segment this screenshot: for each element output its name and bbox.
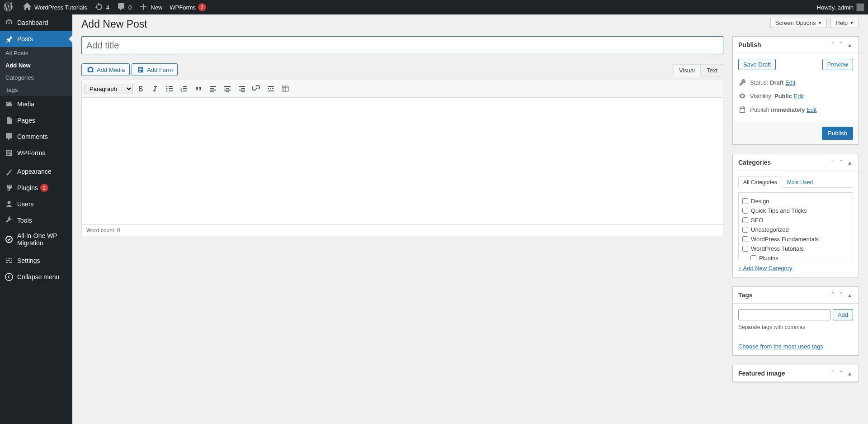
choose-tags-link[interactable]: Choose from the most used tags xyxy=(738,343,823,350)
screen-options-button[interactable]: Screen Options ▼ xyxy=(770,18,827,28)
sidebar-sub-categories[interactable]: Categories xyxy=(0,71,72,84)
preview-button[interactable]: Preview xyxy=(822,59,853,70)
sidebar-item-appearance[interactable]: Appearance xyxy=(0,163,72,180)
category-checkbox[interactable] xyxy=(742,198,748,204)
category-item[interactable]: Uncategorized xyxy=(742,225,849,234)
tag-input[interactable] xyxy=(738,309,830,320)
toggle-icon[interactable]: ▴ xyxy=(846,41,853,48)
svg-text:3: 3 xyxy=(180,90,182,92)
help-button[interactable]: Help ▼ xyxy=(830,18,859,28)
publish-button[interactable]: Publish xyxy=(822,127,853,140)
category-checkbox[interactable] xyxy=(742,236,748,242)
post-title-input[interactable] xyxy=(81,36,723,54)
toggle-icon[interactable]: ▴ xyxy=(846,159,853,166)
move-down-icon[interactable]: ˅ xyxy=(838,291,844,299)
move-down-icon[interactable]: ˅ xyxy=(838,370,844,377)
category-checkbox[interactable] xyxy=(742,246,748,252)
edit-schedule-link[interactable]: Edit xyxy=(807,106,816,113)
sidebar-item-aio[interactable]: All-in-One WP Migration xyxy=(0,229,72,250)
quote-button[interactable] xyxy=(192,82,205,95)
toolbar-toggle-button[interactable] xyxy=(278,82,292,95)
add-category-link[interactable]: + Add New Category xyxy=(738,265,793,272)
sidebar-item-pages[interactable]: Pages xyxy=(0,112,72,129)
category-item[interactable]: WordPress Tutorials xyxy=(742,244,849,253)
align-right-button[interactable] xyxy=(235,82,249,95)
most-used-tab[interactable]: Most Used xyxy=(782,176,818,188)
sidebar-sub-tags[interactable]: Tags xyxy=(0,84,72,96)
category-item[interactable]: Plugins xyxy=(750,253,849,260)
category-checkbox[interactable] xyxy=(750,255,756,260)
sidebar-item-wpforms[interactable]: WPForms xyxy=(0,145,72,161)
sidebar-item-media[interactable]: Media xyxy=(0,96,72,112)
plug-icon xyxy=(5,183,14,192)
comments-link[interactable]: 0 xyxy=(113,0,135,14)
sidebar-sub-add-new[interactable]: Add New xyxy=(0,59,72,71)
categories-header[interactable]: Categories ˄˅▴ xyxy=(733,154,859,171)
edit-status-link[interactable]: Edit xyxy=(785,79,795,86)
sidebar-item-users[interactable]: Users xyxy=(0,196,72,212)
format-select[interactable]: Paragraph xyxy=(85,84,133,94)
sidebar-sub-all-posts[interactable]: All Posts xyxy=(0,47,72,59)
all-categories-tab[interactable]: All Categories xyxy=(738,176,782,188)
italic-button[interactable] xyxy=(148,82,162,95)
move-up-icon[interactable]: ˄ xyxy=(829,370,836,377)
add-form-button[interactable]: Add Form xyxy=(132,63,178,76)
move-up-icon[interactable]: ˄ xyxy=(829,291,836,299)
wordpress-icon xyxy=(4,2,13,13)
editor-body[interactable] xyxy=(82,98,723,224)
site-name-link[interactable]: WordPress Tutorials xyxy=(19,0,91,14)
sidebar-item-comments[interactable]: Comments xyxy=(0,129,72,145)
category-item[interactable]: SEO xyxy=(742,215,849,225)
wpforms-badge: 2 xyxy=(198,3,206,11)
add-tag-button[interactable]: Add xyxy=(833,309,853,320)
sidebar-item-dashboard[interactable]: Dashboard xyxy=(0,14,72,31)
category-checkbox[interactable] xyxy=(742,227,748,233)
move-up-icon[interactable]: ˄ xyxy=(829,41,836,48)
bold-button[interactable] xyxy=(134,82,147,95)
category-list[interactable]: Design Quick Tips and Tricks SEO Uncateg… xyxy=(738,192,853,260)
featured-image-header[interactable]: Featured image ˄˅▴ xyxy=(733,365,859,382)
category-item[interactable]: Quick Tips and Tricks xyxy=(742,206,849,215)
edit-visibility-link[interactable]: Edit xyxy=(794,93,804,100)
wpforms-link[interactable]: WPForms 2 xyxy=(166,0,210,14)
camera-icon xyxy=(86,66,94,74)
account-link[interactable]: Howdy, admin xyxy=(813,0,868,14)
new-label: New xyxy=(151,4,162,11)
visual-tab[interactable]: Visual xyxy=(673,64,701,76)
add-media-button[interactable]: Add Media xyxy=(81,63,130,76)
toggle-icon[interactable]: ▴ xyxy=(846,370,853,377)
move-up-icon[interactable]: ˄ xyxy=(829,159,836,166)
sidebar-item-posts[interactable]: Posts xyxy=(0,31,72,47)
dashboard-icon xyxy=(5,18,14,27)
updates-link[interactable]: 4 xyxy=(91,0,113,14)
new-content-link[interactable]: New xyxy=(135,0,166,14)
category-checkbox[interactable] xyxy=(742,217,748,223)
readmore-button[interactable] xyxy=(264,82,278,95)
category-item[interactable]: Design xyxy=(742,196,849,206)
align-left-button[interactable] xyxy=(206,82,220,95)
wp-logo[interactable] xyxy=(0,0,19,14)
move-down-icon[interactable]: ˅ xyxy=(838,41,844,48)
pages-label: Pages xyxy=(17,117,35,124)
save-draft-button[interactable]: Save Draft xyxy=(738,59,776,70)
category-item[interactable]: WordPress Fundamentals xyxy=(742,234,849,244)
tags-header[interactable]: Tags ˄˅▴ xyxy=(733,287,859,304)
text-tab[interactable]: Text xyxy=(701,64,723,76)
key-icon xyxy=(738,78,746,86)
toggle-icon[interactable]: ▴ xyxy=(846,291,853,299)
align-center-button[interactable] xyxy=(221,82,234,95)
bullet-list-button[interactable] xyxy=(163,82,176,95)
numbered-list-button[interactable]: 123 xyxy=(177,82,191,95)
publish-header[interactable]: Publish ˄˅▴ xyxy=(733,37,859,53)
link-button[interactable] xyxy=(250,82,263,95)
featured-image-box: Featured image ˄˅▴ xyxy=(732,365,859,382)
home-icon xyxy=(23,2,32,13)
sidebar-item-plugins[interactable]: Plugins 2 xyxy=(0,180,72,196)
move-down-icon[interactable]: ˅ xyxy=(838,159,844,166)
category-checkbox[interactable] xyxy=(742,208,748,214)
sidebar-collapse[interactable]: Collapse menu xyxy=(0,269,72,285)
admin-toolbar: WordPress Tutorials 4 0 New WPForms 2 Ho… xyxy=(0,0,868,14)
pin-icon xyxy=(5,34,14,43)
sidebar-item-settings[interactable]: Settings xyxy=(0,252,72,269)
sidebar-item-tools[interactable]: Tools xyxy=(0,212,72,229)
